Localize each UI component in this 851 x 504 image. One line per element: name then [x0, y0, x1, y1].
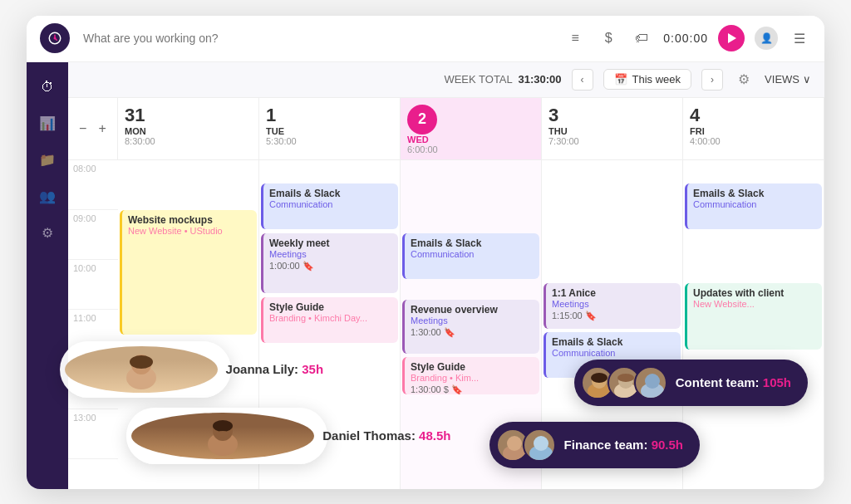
user-avatar[interactable]: 👤 [755, 27, 778, 50]
zoom-out-button[interactable]: − [75, 121, 91, 136]
day-name-tue: TUE [266, 126, 393, 136]
day-header-thu: 3 THU 7:30:00 [542, 98, 683, 159]
event-tag: New Website... [693, 299, 816, 309]
event-time: 1:00:00 🔖 [269, 261, 392, 272]
day-header-mon: 31 MON 8:30:00 [118, 98, 259, 159]
event-tag: Communication [552, 348, 675, 358]
day-header-wed: 2 WED 6:00:00 [401, 98, 542, 159]
event-tag: Meetings [552, 299, 675, 309]
event-title: Website mockups [128, 214, 251, 226]
event-time: 1:30:00 🔖 [411, 327, 534, 338]
day-header-fri: 4 FRI 4:00:00 [683, 98, 824, 159]
views-button[interactable]: VIEWS ∨ [765, 73, 811, 86]
event-tag: Branding • Kim... [411, 373, 534, 383]
zoom-in-button[interactable]: + [95, 121, 111, 136]
list-icon[interactable]: ☰ [788, 27, 811, 50]
top-bar: ≡ $ 🏷 0:00:00 👤 ☰ [27, 16, 824, 62]
this-week-label: This week [632, 73, 681, 86]
day-name-mon: MON [125, 126, 252, 136]
dollar-icon[interactable]: $ [597, 27, 620, 50]
event-title: Style Guide [411, 361, 534, 373]
event-tag: Meetings [269, 249, 392, 259]
day-time-thu: 7:30:00 [548, 136, 676, 146]
this-week-button[interactable]: 📅 This week [603, 69, 692, 90]
day-col-wed: Emails & Slack Communication Revenue ove… [401, 160, 542, 489]
day-number-tue: 1 [266, 105, 393, 126]
day-col-mon: Website mockups New Website • UStudio [118, 160, 259, 489]
day-col-tue: Emails & Slack Communication Weekly meet… [259, 160, 401, 489]
event-emails-slack-thu[interactable]: Emails & Slack Communication [544, 332, 681, 378]
chevron-down-icon: ∨ [803, 73, 811, 86]
event-11-anice[interactable]: 1:1 Anice Meetings 1:15:00 🔖 [544, 283, 681, 329]
day-time-wed: 6:00:00 [407, 144, 534, 154]
day-headers: − + 31 MON 8:30:00 1 TUE 5:30:00 2 WED 6… [68, 98, 824, 160]
calendar-icon: 📅 [614, 73, 627, 86]
event-tag: New Website • UStudio [128, 226, 251, 236]
event-title: 1:1 Anice [552, 287, 675, 299]
time-labels: 08:00 09:00 10:00 11:00 12:00 13:00 [68, 160, 118, 489]
sidebar-item-team[interactable]: 👥 [32, 182, 62, 212]
views-label: VIEWS [765, 73, 799, 86]
event-tag: Communication [269, 199, 392, 209]
day-number-thu: 3 [548, 105, 676, 126]
event-revenue-overview[interactable]: Revenue overview Meetings 1:30:00 🔖 [402, 300, 539, 354]
day-name-wed: WED [407, 135, 534, 144]
sidebar-item-timer[interactable]: ⏱ [32, 72, 62, 102]
day-time-fri: 4:00:00 [690, 136, 817, 146]
event-emails-slack-wed[interactable]: Emails & Slack Communication [402, 233, 539, 279]
settings-icon[interactable]: ⚙ [733, 69, 755, 91]
top-bar-actions: ≡ $ 🏷 0:00:00 👤 ☰ [563, 25, 811, 51]
event-title: Weekly meet [269, 237, 392, 249]
day-number-fri: 4 [690, 105, 817, 126]
day-time-tue: 5:30:00 [266, 136, 393, 146]
day-col-thu: 1:1 Anice Meetings 1:15:00 🔖 Emails & Sl… [542, 160, 683, 489]
menu-icon[interactable]: ≡ [563, 27, 587, 50]
sidebar-item-reports[interactable]: 📊 [32, 109, 62, 139]
week-bar: WEEK TOTAL 31:30:00 ‹ 📅 This week › ⚙ VI… [68, 62, 824, 98]
prev-week-button[interactable]: ‹ [572, 69, 593, 91]
event-tag: Meetings [411, 316, 534, 325]
search-input[interactable] [83, 32, 563, 45]
week-total-label: WEEK TOTAL 31:30:00 [444, 73, 561, 86]
event-tag: Branding • Kimchi Day... [269, 313, 392, 323]
event-emails-slack-fri[interactable]: Emails & Slack Communication [685, 183, 822, 229]
sidebar-item-settings[interactable]: ⚙ [32, 218, 62, 248]
time-12: 12:00 [68, 360, 118, 409]
event-tag: Communication [411, 249, 534, 259]
time-11: 11:00 [68, 310, 118, 360]
event-time: 1:30:00 $ 🔖 [411, 384, 534, 394]
svg-point-1 [54, 37, 57, 40]
timer-display: 0:00:00 [663, 32, 708, 45]
week-total-value: 31:30:00 [519, 73, 562, 86]
event-weekly-meet[interactable]: Weekly meet Meetings 1:00:00 🔖 [261, 233, 398, 293]
next-week-button[interactable]: › [701, 69, 723, 91]
time-grid: 08:00 09:00 10:00 11:00 12:00 13:00 Webs… [68, 160, 824, 489]
day-time-mon: 8:30:00 [125, 136, 252, 146]
event-title: Revenue overview [411, 304, 534, 316]
event-website-mockups[interactable]: Website mockups New Website • UStudio [120, 210, 257, 335]
calendar-area: WEEK TOTAL 31:30:00 ‹ 📅 This week › ⚙ VI… [68, 62, 824, 489]
play-button[interactable] [718, 25, 745, 51]
sidebar: ⏱ 📊 📁 👥 ⚙ [27, 62, 68, 489]
time-08: 08:00 [68, 160, 118, 210]
tag-icon[interactable]: 🏷 [630, 27, 653, 50]
event-title: Emails & Slack [269, 188, 392, 199]
day-name-thu: THU [548, 126, 676, 136]
event-updates-client[interactable]: Updates with client New Website... [685, 283, 822, 350]
main-layout: ⏱ 📊 📁 👥 ⚙ WEEK TOTAL 31:30:00 ‹ 📅 This w… [27, 62, 824, 489]
event-title: Updates with client [693, 287, 816, 299]
event-style-guide-tue[interactable]: Style Guide Branding • Kimchi Day... [261, 297, 398, 343]
app-container: ≡ $ 🏷 0:00:00 👤 ☰ ⏱ 📊 📁 👥 ⚙ WEEK TOTAL 3… [27, 16, 824, 489]
event-title: Emails & Slack [411, 237, 534, 249]
event-emails-slack-tue[interactable]: Emails & Slack Communication [261, 183, 398, 229]
day-name-fri: FRI [690, 126, 817, 136]
time-09: 09:00 [68, 210, 118, 260]
time-13: 13:00 [68, 409, 118, 459]
event-time: 1:15:00 🔖 [552, 311, 675, 321]
event-style-guide-wed[interactable]: Style Guide Branding • Kim... 1:30:00 $ … [402, 357, 539, 394]
day-header-tue: 1 TUE 5:30:00 [259, 98, 401, 159]
sidebar-item-projects[interactable]: 📁 [32, 145, 62, 175]
app-logo[interactable] [40, 23, 70, 53]
event-title: Emails & Slack [552, 336, 675, 348]
event-tag: Communication [693, 199, 816, 209]
